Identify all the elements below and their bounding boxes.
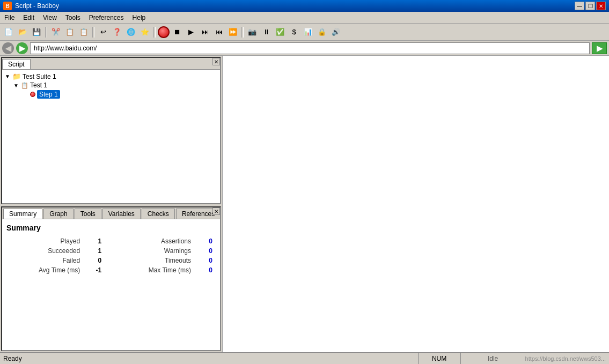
label-maxtime: Max Time (ms) — [115, 265, 194, 275]
table-row: Succeeded 1 Warnings 0 — [6, 246, 216, 256]
menu-view[interactable]: View — [39, 12, 61, 23]
script-tree: ▼ 📁 Test Suite 1 ▼ 📋 Test 1 Step 1 — [2, 70, 220, 101]
separator-4 — [241, 27, 244, 38]
title-bar: B Script - Badboy — ❐ ✕ — [0, 0, 609, 12]
address-bar: ◀ ▶ ▶ — [0, 41, 609, 56]
suite-label: Test Suite 1 — [23, 73, 56, 80]
step-icon — [30, 92, 35, 97]
status-watermark: https://blog.csdn.net/wws503... — [525, 355, 606, 362]
table-row: Avg Time (ms) -1 Max Time (ms) 0 — [6, 265, 216, 275]
summary-table: Played 1 Assertions 0 Succeeded 1 Warnin… — [6, 236, 216, 275]
label-timeouts: Timeouts — [115, 256, 194, 265]
suite-folder-icon: 📁 — [12, 72, 21, 80]
tree-node-test[interactable]: ▼ 📋 Test 1 — [13, 81, 218, 90]
label-succeeded: Succeeded — [6, 246, 83, 256]
browser-view — [223, 56, 609, 352]
value-failed: 0 — [83, 256, 105, 265]
play-all-button[interactable]: ⏭ — [199, 26, 211, 39]
open-button[interactable]: 📂 — [16, 26, 29, 39]
window-title: Script - Badboy — [15, 2, 59, 10]
tab-tools[interactable]: Tools — [75, 209, 101, 219]
copy-button[interactable]: 📋 — [63, 26, 76, 39]
screenshot-button[interactable]: 📷 — [246, 26, 259, 39]
tab-graph[interactable]: Graph — [43, 209, 73, 219]
tree-node-suite[interactable]: ▼ 📁 Test Suite 1 — [4, 72, 218, 81]
summary-content: Summary Played 1 Assertions 0 Succeeded … — [2, 219, 220, 279]
sound-button[interactable]: 🔊 — [329, 26, 342, 39]
bottom-tab-strip: Summary Graph Tools Variables Checks Ref… — [2, 207, 220, 219]
label-warnings: Warnings — [115, 246, 194, 256]
title-bar-controls[interactable]: — ❐ ✕ — [575, 2, 606, 10]
chart-button[interactable]: 📊 — [302, 26, 314, 39]
next-button[interactable]: ⏩ — [226, 26, 239, 39]
table-row: Failed 0 Timeouts 0 — [6, 256, 216, 265]
menu-help[interactable]: Help — [128, 12, 150, 23]
undo-button[interactable]: ↩ — [97, 26, 109, 39]
tree-node-step[interactable]: Step 1 — [30, 90, 218, 99]
close-button[interactable]: ✕ — [596, 2, 606, 10]
label-avgtime: Avg Time (ms) — [6, 265, 83, 275]
menu-file[interactable]: File — [0, 12, 19, 23]
stop-button[interactable]: ⏹ — [171, 26, 184, 39]
app-icon: B — [3, 2, 12, 10]
status-text: Ready — [3, 355, 418, 362]
bottom-panel-close-button[interactable]: ✕ — [212, 207, 220, 215]
script-panel-close-button[interactable]: ✕ — [212, 58, 220, 65]
tab-script[interactable]: Script — [2, 59, 31, 69]
value-played: 1 — [83, 236, 105, 246]
dollar-button[interactable]: $ — [288, 26, 300, 39]
summary-heading: Summary — [6, 224, 216, 232]
step-label[interactable]: Step 1 — [37, 90, 60, 99]
status-bar: Ready NUM Idle https://blog.csdn.net/wws… — [0, 352, 609, 364]
value-assertions: 0 — [194, 236, 216, 246]
table-row: Played 1 Assertions 0 — [6, 236, 216, 246]
value-warnings: 0 — [194, 246, 216, 256]
separator-1 — [45, 27, 47, 38]
menu-edit[interactable]: Edit — [19, 12, 39, 23]
menu-tools[interactable]: Tools — [61, 12, 85, 23]
browser-button[interactable]: 🌐 — [124, 26, 137, 39]
label-played: Played — [6, 236, 83, 246]
suite-expander[interactable]: ▼ — [4, 73, 11, 79]
menu-preferences[interactable]: Preferences — [85, 12, 128, 23]
left-panel: ✕ Script ▼ 📁 Test Suite 1 ▼ 📋 Test 1 — [0, 56, 223, 352]
value-avgtime: -1 — [83, 265, 105, 275]
back-button[interactable]: ◀ — [2, 42, 14, 54]
title-bar-left: B Script - Badboy — [3, 2, 59, 10]
pause-button[interactable]: ⏸ — [260, 26, 273, 39]
go-button[interactable]: ▶ — [592, 42, 607, 54]
tab-checks[interactable]: Checks — [142, 209, 175, 219]
label-assertions: Assertions — [115, 236, 194, 246]
test-label: Test 1 — [30, 81, 47, 89]
url-input[interactable] — [30, 42, 590, 54]
prev-button[interactable]: ⏮ — [212, 26, 225, 39]
script-tab-strip: Script — [2, 58, 220, 70]
test-expander[interactable]: ▼ — [13, 83, 19, 88]
script-panel: ✕ Script ▼ 📁 Test Suite 1 ▼ 📋 Test 1 — [1, 57, 221, 204]
lock-button[interactable]: 🔒 — [315, 26, 328, 39]
separator-2 — [92, 27, 94, 38]
new-button[interactable]: 📄 — [2, 26, 15, 39]
tab-variables[interactable]: Variables — [102, 209, 141, 219]
main-area: ✕ Script ▼ 📁 Test Suite 1 ▼ 📋 Test 1 — [0, 56, 609, 352]
value-succeeded: 1 — [83, 246, 105, 256]
cut-button[interactable]: ✂️ — [49, 26, 62, 39]
record-button[interactable] — [158, 26, 170, 38]
minimize-button[interactable]: — — [575, 2, 584, 10]
check-button[interactable]: ✅ — [274, 26, 287, 39]
menu-bar: File Edit View Tools Preferences Help — [0, 12, 609, 24]
toolbar: 📄 📂 💾 ✂️ 📋 📋 ↩ ❓ 🌐 ⭐ ⏹ ▶ ⏭ ⏮ ⏩ 📷 ⏸ ✅ $ 📊… — [0, 24, 609, 41]
save-button[interactable]: 💾 — [30, 26, 43, 39]
play-button[interactable]: ▶ — [185, 26, 197, 39]
status-num: NUM — [418, 353, 461, 364]
status-idle: Idle — [461, 355, 525, 362]
forward-button[interactable]: ▶ — [16, 42, 28, 54]
paste-button[interactable]: 📋 — [77, 26, 90, 39]
bookmark-button[interactable]: ⭐ — [138, 26, 151, 39]
value-maxtime: 0 — [194, 265, 216, 275]
help-button[interactable]: ❓ — [111, 26, 123, 39]
separator-3 — [153, 27, 156, 38]
tab-summary[interactable]: Summary — [3, 209, 42, 219]
restore-button[interactable]: ❐ — [585, 2, 595, 10]
bottom-panel: ✕ Summary Graph Tools Variables Checks R… — [1, 206, 221, 351]
